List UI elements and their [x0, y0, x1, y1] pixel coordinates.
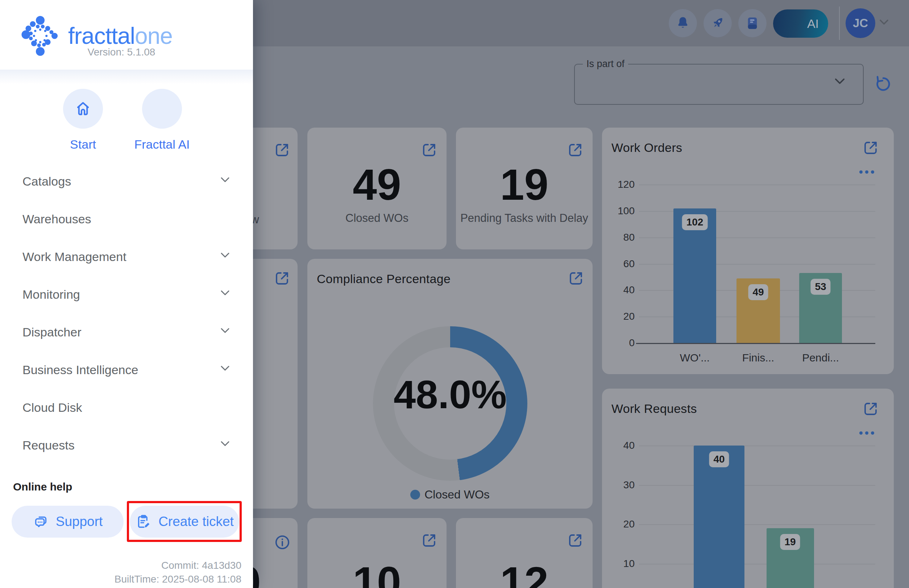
sidebar-item-work-management[interactable]: Work Management: [0, 238, 253, 276]
sidebar-item-requests[interactable]: Requests: [0, 426, 253, 464]
fracttal-ai-button[interactable]: AI: [773, 10, 828, 38]
card-compliance[interactable]: Compliance Percentage 48.0% Closed WOs: [307, 259, 593, 509]
closed-wos-label: Closed WOs: [307, 212, 447, 225]
card-work-orders[interactable]: Work Orders 020406080100120102WO'...49Fi…: [602, 128, 894, 374]
pending-tasks-label: Pending Tasks with Delay: [456, 212, 593, 225]
sidebar-item-label: Dispatcher: [23, 325, 82, 339]
home-icon: [74, 99, 92, 118]
journal-icon: [745, 16, 760, 31]
create-ticket-label: Create ticket: [158, 514, 234, 529]
reset-filter-button[interactable]: [873, 74, 893, 94]
open-in-new-icon[interactable]: [273, 270, 291, 287]
fracttal-wordmark: fracttalone: [68, 23, 173, 49]
work-requests-bar-chart: 102030404019: [602, 389, 894, 588]
chevron-down-icon: [220, 365, 231, 373]
chevron-down-icon: [220, 327, 231, 335]
sidebar-item-catalogs[interactable]: Catalogs: [0, 162, 253, 200]
sidebar-item-label: Work Management: [23, 250, 126, 264]
card-bottom-mid[interactable]: 10: [307, 518, 447, 588]
closed-wos-value: 49: [307, 160, 447, 210]
bottom-right-value: 12: [456, 557, 593, 588]
account-chevron-down-icon[interactable]: [878, 18, 890, 26]
sidebar-item-fracttal-ai[interactable]: Fracttal AI: [126, 89, 198, 152]
notifications-button[interactable]: [669, 9, 697, 37]
card-work-requests[interactable]: Work Requests 102030404019: [602, 389, 894, 588]
bell-icon: [675, 15, 691, 31]
create-ticket-button[interactable]: Create ticket: [130, 506, 239, 538]
fracttal-ai-circle: [142, 89, 182, 129]
release-notes-button[interactable]: [738, 9, 767, 37]
online-help-title: Online help: [13, 481, 72, 493]
chart-legend[interactable]: Closed WOs: [307, 488, 593, 501]
is-part-of-label: Is part of: [583, 58, 628, 69]
card-pending-tasks[interactable]: 19 Pending Tasks with Delay: [456, 128, 593, 249]
support-chat-icon: [32, 513, 49, 530]
ai-pill-label: AI: [807, 17, 819, 31]
chevron-down-icon: [220, 252, 231, 260]
sidebar-item-monitoring[interactable]: Monitoring: [0, 276, 253, 313]
open-in-new-icon[interactable]: [420, 141, 438, 159]
support-button[interactable]: Support: [11, 506, 124, 538]
sidebar-item-warehouses[interactable]: Warehouses: [0, 200, 253, 238]
work-orders-bar-chart: 020406080100120102WO'...49Finis...53Pend…: [602, 128, 894, 374]
commit-hash: Commit: 4a13d30: [161, 560, 241, 571]
chevron-down-icon: [220, 176, 231, 184]
card-bottom-right[interactable]: 12: [456, 518, 593, 588]
compliance-percent-value: 48.0%: [307, 371, 593, 417]
sidebar-item-label: Warehouses: [23, 212, 91, 226]
avatar-initials: JC: [853, 16, 868, 30]
legend-label: Closed WOs: [425, 488, 490, 501]
whats-new-button[interactable]: [704, 9, 732, 37]
info-icon[interactable]: [274, 534, 291, 551]
sidebar-item-cloud-disk[interactable]: Cloud Disk: [0, 389, 253, 426]
open-in-new-icon[interactable]: [273, 141, 291, 159]
support-label: Support: [56, 514, 103, 529]
sidebar-menu: CatalogsWarehousesWork ManagementMonitor…: [0, 162, 253, 464]
app-version: Version: 5.1.08: [54, 47, 189, 58]
sidebar-item-business-intelligence[interactable]: Business Intelligence: [0, 351, 253, 389]
fracttal-ai-label: Fracttal AI: [126, 137, 198, 152]
sidebar-item-label: Business Intelligence: [23, 363, 138, 377]
sidebar-item-label: Monitoring: [23, 288, 80, 302]
open-in-new-icon[interactable]: [567, 532, 584, 549]
rocket-icon: [709, 15, 726, 32]
bottom-mid-value: 10: [307, 557, 447, 588]
legend-dot-icon: [410, 490, 420, 499]
pending-tasks-value: 19: [456, 160, 593, 210]
create-ticket-icon: [135, 513, 152, 530]
chevron-down-icon: [220, 289, 231, 297]
is-part-of-select[interactable]: [574, 64, 864, 105]
start-label: Start: [47, 137, 119, 152]
user-avatar[interactable]: JC: [846, 8, 875, 38]
open-in-new-icon[interactable]: [567, 141, 584, 159]
card-closed-wos[interactable]: 49 Closed WOs: [307, 128, 447, 249]
header-shadow: [0, 69, 253, 84]
sidebar-item-start[interactable]: Start: [47, 89, 119, 152]
open-in-new-icon[interactable]: [420, 532, 438, 549]
sidebar-item-label: Catalogs: [23, 174, 71, 189]
sidebar-item-label: Cloud Disk: [23, 401, 82, 415]
build-time: BuiltTime: 2025-08-08 11:08: [115, 573, 241, 585]
compliance-title: Compliance Percentage: [317, 272, 450, 286]
open-in-new-icon[interactable]: [567, 270, 584, 287]
select-chevron-down-icon[interactable]: [834, 77, 846, 86]
header-divider: [839, 6, 840, 40]
main-menu-panel: fracttalone Version: 5.1.08 Start Fractt…: [0, 0, 253, 588]
chevron-down-icon: [220, 440, 231, 448]
sidebar-item-dispatcher[interactable]: Dispatcher: [0, 313, 253, 351]
sidebar-item-label: Requests: [23, 438, 75, 452]
